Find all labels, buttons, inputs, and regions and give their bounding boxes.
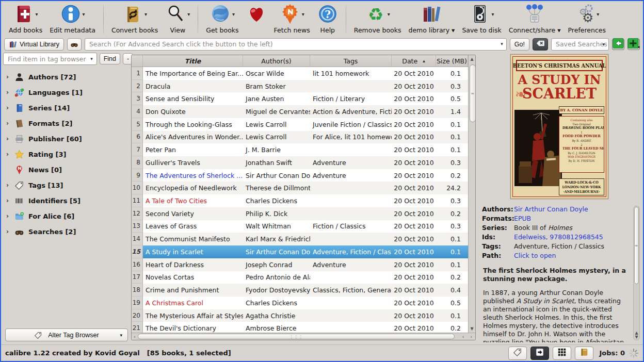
sidebar-item-formats[interactable]: ›Formats [2] [3, 116, 130, 131]
cell-size[interactable]: 0.1 [436, 131, 468, 144]
table-row[interactable]: 14The Communist ManifestoKarl Marx & Fri… [132, 233, 468, 245]
expand-arrow-icon[interactable]: › [6, 182, 14, 189]
cell-tags[interactable] [310, 143, 392, 156]
cell-auth[interactable]: Lewis Carroll [243, 118, 310, 131]
connect-share-button[interactable]: Connect/share ▾ [505, 3, 565, 36]
cell-size[interactable]: 1.4 [436, 105, 468, 118]
cell-title[interactable]: A Tale of Two Cities [143, 194, 243, 207]
cell-date[interactable]: 20 Oct 2010 [392, 220, 436, 233]
table-row[interactable]: 21The Devil's DictionaryAmbrose Bierce20… [132, 322, 468, 333]
field-value[interactable]: Edelweiss, 9780812968545 [514, 233, 603, 241]
cell-title[interactable]: Crime and Punishment [143, 284, 243, 297]
save-search-button[interactable]: ▾ [627, 39, 640, 50]
cell-title[interactable]: Sense and Sensibility [143, 92, 243, 105]
sidebar-item-identifiers[interactable]: ›Identifiers [5] [3, 193, 130, 208]
expand-arrow-icon[interactable]: › [6, 120, 14, 127]
table-row[interactable]: 16Heart of DarknessJoseph ConradAdventur… [132, 258, 468, 271]
toolbar-caret-icon[interactable]: ▾ [597, 11, 599, 17]
table-row[interactable]: 11A Tale of Two CitiesCharles Dickens20 … [132, 194, 468, 207]
cell-tags[interactable] [310, 80, 392, 93]
cell-auth[interactable]: Sir Arthur Conan Doyle [243, 245, 310, 258]
cell-auth[interactable]: Sir Arthur Conan Doyle [243, 169, 310, 182]
find-button[interactable]: Find [100, 53, 120, 64]
cell-title[interactable]: Don Quixote [143, 105, 243, 118]
table-row[interactable]: 5Through the Looking-GlassLewis CarrollJ… [132, 118, 468, 131]
book-list-vertical-scrollbar[interactable]: ▲ ≡ ▼ [468, 55, 475, 333]
cell-tags[interactable] [310, 297, 392, 309]
cell-date[interactable]: 20 Oct 2010 [392, 92, 436, 105]
cell-size[interactable]: 0.2 [436, 207, 468, 220]
cell-tags[interactable]: Adventure, Fiction / Clas... [310, 245, 392, 258]
scroll-right-icon[interactable]: › [468, 334, 474, 339]
table-row[interactable]: 3Sense and SensibilityJane AustenFiction… [132, 92, 468, 105]
search-input[interactable] [85, 38, 507, 51]
cell-auth[interactable]: Agatha Christie [243, 309, 310, 322]
cell-title[interactable]: Heart of Darkness [143, 258, 243, 271]
table-row[interactable]: 17Novelas CortasPedro Antonio de Alarcón… [132, 271, 468, 284]
cell-title[interactable]: The Devil's Dictionary [143, 322, 243, 333]
cell-size[interactable]: 0.1 [436, 118, 468, 131]
toolbar-caret-icon[interactable]: ▾ [83, 11, 85, 17]
header-authors[interactable]: Author(s) [243, 55, 310, 67]
fetch-news-button[interactable]: ▾Fetch news [270, 3, 314, 36]
table-row[interactable]: 9The Adventures of Sherlock ...Sir Arthu… [132, 169, 468, 182]
cell-title[interactable]: Novelas Cortas [143, 271, 243, 284]
find-item-combo[interactable]: Find item in tag browser ▾ [3, 53, 97, 65]
get-books-button[interactable]: ▾Get books [202, 3, 242, 36]
toolbar-caret-icon[interactable]: ▾ [36, 11, 38, 17]
toolbar-caret-icon[interactable]: ▾ [187, 11, 190, 17]
header-tags[interactable]: Tags [310, 55, 392, 67]
cell-size[interactable]: 0.1 [436, 258, 468, 271]
cell-title[interactable]: Second Variety [143, 207, 243, 220]
table-row[interactable]: 20The Mysterious Affair at StylesAgatha … [132, 309, 468, 322]
jobs-spinner-icon[interactable] [629, 348, 639, 358]
cell-date[interactable]: 20 Oct 2010 [392, 284, 436, 297]
table-row[interactable]: 13Leaves of GrassWalt WhitmanFiction / C… [132, 220, 468, 233]
cell-title[interactable]: The Importance of Being Ear... [143, 67, 243, 80]
scroll-left2-icon[interactable]: ‹ [460, 334, 466, 339]
cell-date[interactable]: 20 Oct 2010 [392, 245, 436, 258]
table-row[interactable]: 15A Study in ScarletSir Arthur Conan Doy… [132, 245, 468, 258]
cell-size[interactable]: 0.3 [436, 220, 468, 233]
save-to-disk-button[interactable]: ▾Save to disk [458, 3, 505, 36]
table-row[interactable]: 12Second VarietyPhilip K. Dick20 Oct 201… [132, 207, 468, 220]
view-button[interactable]: ▾View [162, 3, 194, 36]
cell-auth[interactable]: Karl Marx & Friedrich Eng... [243, 233, 310, 245]
expand-arrow-icon[interactable]: › [6, 135, 14, 142]
cell-auth[interactable]: J. M. Barrie [243, 143, 310, 156]
cell-tags[interactable] [310, 233, 392, 245]
cell-auth[interactable]: Pedro Antonio de Alarcón [243, 271, 310, 284]
sidebar-item-languages[interactable]: ›Languages [1] [3, 85, 130, 100]
cell-size[interactable]: 0.2 [436, 271, 468, 284]
vertical-scroll-thumb[interactable]: ≡ [470, 64, 475, 122]
details-scroll-thumb[interactable]: ≡ [634, 207, 639, 284]
cell-tags[interactable] [310, 271, 392, 284]
expand-arrow-icon[interactable]: › [6, 89, 14, 96]
scroll-down-icon[interactable]: ▼ [469, 326, 475, 331]
cell-tags[interactable]: lit 101 homework [310, 67, 392, 80]
alter-tag-browser-button[interactable]: Alter Tag Browser ▾ [5, 328, 128, 341]
donate-heart-button[interactable] [243, 3, 270, 36]
cell-tags[interactable] [310, 309, 392, 322]
go-button[interactable]: Go! [510, 38, 529, 51]
toolbar-caret-icon[interactable]: ▾ [232, 11, 235, 17]
remove-books-button[interactable]: ♻▾Remove books [350, 3, 405, 36]
sidebar-item-news[interactable]: News [0] [3, 162, 130, 177]
table-row[interactable]: 6Alice's Adventures in Wonder...Lewis Ca… [132, 131, 468, 144]
cell-tags[interactable]: Adventure [310, 169, 392, 182]
cell-title[interactable]: Gulliver's Travels [143, 156, 243, 169]
expand-arrow-icon[interactable]: › [6, 151, 14, 158]
cell-size[interactable]: 0.3 [436, 194, 468, 207]
cell-tags[interactable]: Adventure [310, 156, 392, 169]
sidebar-item-tags[interactable]: ›Tags [13] [3, 177, 130, 193]
cell-size[interactable]: 0.3 [436, 80, 468, 93]
header-title[interactable]: Title [143, 55, 243, 67]
cell-tags[interactable]: Juvenile Fiction / Classics [310, 118, 392, 131]
cell-title[interactable]: Through the Looking-Glass [143, 118, 243, 131]
cell-tags[interactable]: Fiction / Classics [310, 220, 392, 233]
cell-tags[interactable]: Fiction / Literary [310, 92, 392, 105]
saved-searches-combo[interactable]: Saved Searches ▾ [551, 38, 609, 51]
toggle-book-details-button[interactable] [575, 347, 593, 360]
toggle-tag-browser-button[interactable] [508, 347, 527, 360]
cell-tags[interactable] [310, 182, 392, 194]
